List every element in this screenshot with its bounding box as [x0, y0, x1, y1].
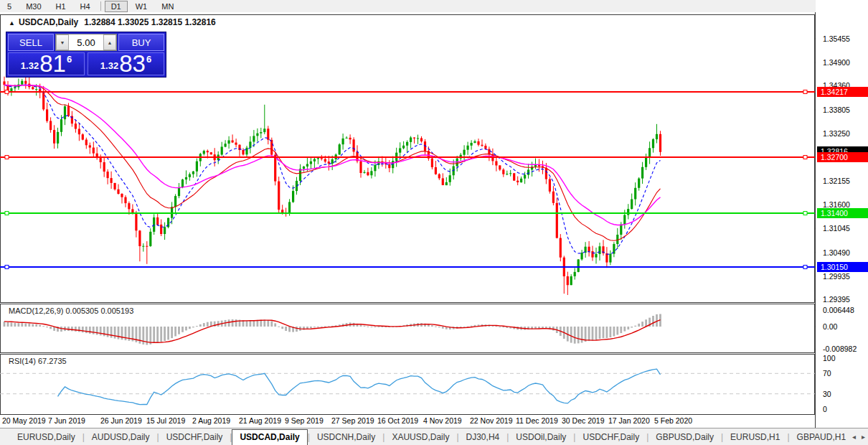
one-click-trading-panel: SELL ▼ 5.00 ▲ BUY 1.32 81 6 1.32 83 6: [6, 32, 166, 78]
tab-gbpusd-daily[interactable]: GBPUSD,Daily: [648, 430, 721, 445]
line-handle-icon[interactable]: [5, 156, 9, 159]
date-label: 26 Jun 2019: [100, 416, 142, 425]
date-label: 4 Nov 2019: [423, 416, 462, 425]
date-label: 5 Feb 2020: [654, 416, 692, 425]
chart-ohlc-values: 1.32884 1.33025 1.32815 1.32816: [84, 17, 216, 27]
date-label: 22 Nov 2019: [470, 416, 513, 425]
symbol-tab-bar: EURUSD,Daily|AUDUSD,Daily|USDCHF,Daily|U…: [0, 428, 868, 445]
price-tick-1.29935: 1.29935: [823, 272, 850, 281]
tab-eurusd-daily[interactable]: EURUSD,Daily: [10, 430, 82, 445]
buy-button[interactable]: BUY: [118, 34, 164, 51]
price-tick-1.34900: 1.34900: [823, 58, 850, 67]
tab-dj30-h4[interactable]: DJ30,H4: [459, 430, 507, 445]
price-tick-1.31045: 1.31045: [823, 224, 850, 233]
tab-usdcad-daily[interactable]: USDCAD,Daily: [232, 429, 307, 445]
level-badge-1.32700: 1.32700: [817, 152, 868, 162]
date-label: 21 Aug 2019: [239, 416, 281, 425]
chart-title: USDCAD,Daily: [19, 17, 78, 27]
price-tick-1.35455: 1.35455: [823, 34, 850, 43]
tab-gbpaud-h1[interactable]: GBPAUD,H1: [790, 430, 853, 445]
sell-button[interactable]: SELL: [8, 34, 54, 51]
date-label: 11 Dec 2019: [516, 416, 558, 425]
rsi-tick-30: 30: [823, 390, 831, 398]
tab-scroll-right-icon[interactable]: ▸: [862, 433, 865, 441]
chart-header: ▲USDCAD,Daily1.32884 1.33025 1.32815 1.3…: [9, 17, 216, 27]
macd-tick-0.00: 0.00: [823, 322, 837, 331]
sell-price-big: 81: [39, 54, 66, 74]
trading-terminal-window: 5M30H1H4D1W1MN ▲USDCAD,Daily1.32884 1.33…: [0, 0, 868, 445]
line-handle-icon[interactable]: [5, 266, 9, 269]
macd-indicator-label: MACD(12,26,9) 0.005305 0.005193: [9, 306, 133, 315]
price-tick-1.33805: 1.33805: [823, 106, 850, 114]
volume-increase-icon[interactable]: ▲: [103, 34, 116, 50]
price-tick-1.32155: 1.32155: [823, 177, 850, 185]
collapse-trade-panel-icon[interactable]: ▲: [9, 19, 15, 27]
line-handle-icon[interactable]: [803, 266, 807, 269]
sell-price-display[interactable]: 1.32 81 6: [8, 52, 85, 75]
buy-price-prefix: 1.32: [100, 60, 118, 74]
price-tick-1.29395: 1.29395: [823, 295, 850, 304]
macd-tick-0.006448: 0.006448: [823, 306, 854, 314]
price-axis: 1.354551.349001.343601.338051.332501.321…: [816, 0, 868, 428]
price-tick-1.33250: 1.33250: [823, 129, 850, 138]
tab-usdoil-daily[interactable]: USDOil,Daily: [509, 430, 573, 445]
buy-price-sup: 6: [146, 53, 151, 65]
tab-scroll-left-icon[interactable]: ◂: [852, 433, 856, 441]
level-badge-1.30150: 1.30150: [817, 262, 868, 272]
date-label: 16 Oct 2019: [377, 416, 418, 425]
buy-price-display[interactable]: 1.32 83 6: [88, 52, 164, 75]
date-axis: 20 May 20197 Jun 201926 Jun 201915 Jul 2…: [0, 415, 815, 428]
line-handle-icon[interactable]: [5, 90, 9, 94]
volume-decrease-icon[interactable]: ▼: [56, 34, 69, 50]
volume-spinner: ▼ 5.00 ▲: [55, 34, 117, 51]
tab-eurusd-h1[interactable]: EURUSD,H1: [723, 430, 787, 445]
tab-usdchf-daily[interactable]: USDCHF,Daily: [575, 430, 646, 445]
date-label: 27 Sep 2019: [331, 416, 374, 425]
sell-price-sup: 6: [67, 53, 72, 65]
line-handle-icon[interactable]: [803, 156, 807, 159]
rsi-tick-70: 70: [823, 369, 831, 378]
date-label: 17 Jan 2020: [608, 416, 650, 425]
rsi-indicator-label: RSI(14) 67.2735: [9, 357, 67, 365]
date-label: 2 Aug 2019: [192, 416, 230, 425]
date-label: 7 Jun 2019: [48, 416, 85, 425]
tab-xauusd-daily[interactable]: XAUUSD,Daily: [385, 430, 456, 445]
date-label: 30 Dec 2019: [562, 416, 605, 425]
rsi-tick-0: 0: [823, 405, 827, 413]
date-label: 9 Sep 2019: [285, 416, 324, 425]
sell-price-prefix: 1.32: [21, 60, 39, 74]
tab-usdcnh-daily[interactable]: USDCNH,Daily: [310, 430, 382, 445]
level-badge-1.31400: 1.31400: [817, 208, 868, 218]
date-label: 20 May 2019: [2, 416, 46, 425]
date-label: 15 Jul 2019: [146, 416, 185, 425]
tab-usdchf-daily[interactable]: USDCHF,Daily: [159, 430, 230, 445]
line-handle-icon[interactable]: [803, 212, 807, 215]
tab-audusd-daily[interactable]: AUDUSD,Daily: [85, 430, 157, 445]
line-handle-icon[interactable]: [803, 90, 807, 94]
rsi-tick-100: 100: [823, 354, 836, 362]
buy-price-big: 83: [119, 54, 146, 74]
line-handle-icon[interactable]: [5, 212, 9, 215]
level-badge-1.34217: 1.34217: [817, 87, 868, 97]
volume-input[interactable]: 5.00: [69, 34, 103, 50]
macd-tick--0.008982: -0.008982: [823, 345, 857, 353]
price-tick-1.30490: 1.30490: [823, 248, 850, 257]
